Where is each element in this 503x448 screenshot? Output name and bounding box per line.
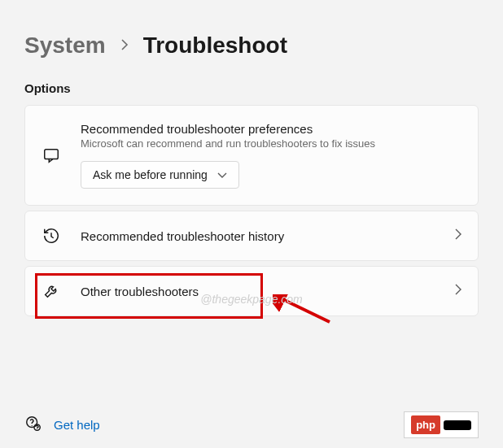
source-badge: php: [404, 411, 479, 438]
chevron-down-icon: [217, 168, 227, 181]
pref-dropdown-value: Ask me before running: [93, 168, 208, 181]
pref-subtitle: Microsoft can recommend and run troubles…: [81, 137, 461, 150]
history-icon: [42, 226, 61, 246]
svg-line-1: [279, 298, 330, 322]
chevron-right-icon: [455, 228, 461, 243]
get-help-link[interactable]: Get help: [24, 415, 100, 436]
card-other-troubleshooters[interactable]: Other troubleshooters: [24, 266, 479, 316]
chevron-right-icon: [120, 37, 129, 55]
badge-block: [444, 420, 471, 430]
badge-text: php: [411, 415, 440, 434]
svg-rect-0: [45, 150, 59, 159]
help-label: Get help: [54, 418, 100, 432]
card-troubleshooter-preferences: Recommended troubleshooter preferences M…: [24, 105, 479, 206]
pref-title: Recommended troubleshooter preferences: [81, 122, 461, 136]
chevron-right-icon: [455, 284, 461, 298]
breadcrumb-parent[interactable]: System: [24, 33, 106, 59]
help-icon: [24, 415, 42, 436]
section-heading-options: Options: [24, 81, 479, 95]
page-title: Troubleshoot: [143, 33, 287, 59]
history-title: Recommended troubleshooter history: [81, 229, 435, 243]
pref-dropdown[interactable]: Ask me before running: [81, 161, 239, 189]
breadcrumb: System Troubleshoot: [24, 33, 479, 59]
wrench-icon: [42, 281, 61, 301]
annotation-arrow: [273, 294, 338, 327]
chat-bubble-icon: [42, 146, 61, 165]
svg-point-3: [32, 424, 33, 425]
card-troubleshooter-history[interactable]: Recommended troubleshooter history: [24, 211, 479, 261]
other-title: Other troubleshooters: [81, 285, 435, 298]
